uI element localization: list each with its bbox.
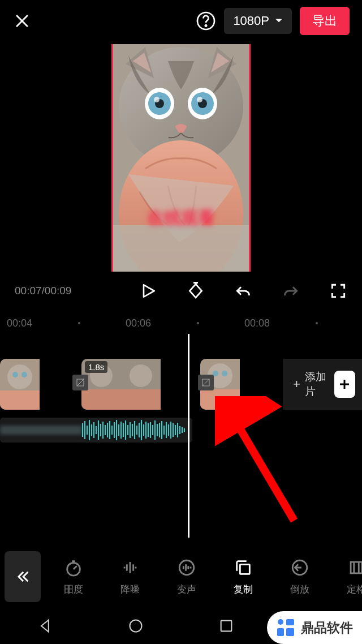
svg-rect-18 <box>0 390 40 410</box>
keyframe-icon[interactable] <box>187 282 205 300</box>
timeline[interactable]: 1.8s + 添加片 <box>0 336 362 546</box>
tool-denoise[interactable]: 降噪 <box>102 558 158 596</box>
svg-rect-61 <box>114 422 115 438</box>
svg-point-28 <box>130 364 152 387</box>
video-clip-1[interactable] <box>0 359 71 410</box>
denoise-icon <box>120 558 140 577</box>
svg-rect-65 <box>123 423 124 437</box>
svg-rect-73 <box>141 420 142 440</box>
close-icon[interactable] <box>12 11 32 31</box>
svg-rect-96 <box>240 564 249 574</box>
svg-rect-100 <box>221 621 232 632</box>
svg-rect-53 <box>96 426 97 434</box>
clip-duration-badge: 1.8s <box>85 361 107 373</box>
svg-rect-63 <box>118 424 119 436</box>
svg-point-16 <box>12 372 18 377</box>
tool-voice[interactable]: 变声 <box>158 558 215 596</box>
tool-label: 定格 <box>347 583 362 596</box>
play-icon[interactable] <box>139 282 157 300</box>
svg-rect-92 <box>184 428 185 432</box>
svg-rect-62 <box>116 420 117 440</box>
plus-icon: + <box>293 377 300 392</box>
svg-rect-104 <box>286 628 294 636</box>
svg-rect-13 <box>113 225 249 272</box>
recent-icon[interactable] <box>218 618 234 634</box>
video-clip-2[interactable]: 1.8s <box>81 359 195 410</box>
svg-point-17 <box>21 372 27 377</box>
svg-point-15 <box>7 364 32 389</box>
svg-point-36 <box>222 371 227 376</box>
transition-node-2[interactable] <box>198 375 214 390</box>
tool-label: 变声 <box>177 583 196 596</box>
svg-rect-86 <box>170 422 171 439</box>
svg-rect-55 <box>100 424 101 436</box>
svg-rect-71 <box>136 426 137 435</box>
bottom-toolbar: 昍度降噪变声复制倒放定格 <box>0 546 362 608</box>
brand-badge: 鼎品软件 <box>267 611 362 644</box>
svg-rect-98 <box>351 562 362 573</box>
undo-icon[interactable] <box>234 282 252 300</box>
help-icon[interactable] <box>196 11 216 31</box>
svg-rect-50 <box>89 420 90 440</box>
brand-name: 鼎品软件 <box>301 619 353 637</box>
freeze-icon <box>347 558 362 577</box>
tool-reverse[interactable]: 倒放 <box>272 558 328 596</box>
svg-rect-74 <box>143 424 144 436</box>
tool-speed[interactable]: 昍度 <box>45 558 102 596</box>
copy-icon <box>234 558 253 577</box>
svg-rect-75 <box>145 422 146 439</box>
audio-track[interactable] <box>0 418 192 443</box>
svg-rect-103 <box>277 628 284 636</box>
svg-rect-54 <box>98 420 99 440</box>
svg-rect-72 <box>139 423 140 437</box>
svg-rect-80 <box>157 424 158 436</box>
svg-rect-29 <box>121 389 161 410</box>
svg-point-10 <box>154 97 160 102</box>
back-icon[interactable] <box>37 618 53 634</box>
svg-rect-58 <box>107 423 108 437</box>
svg-rect-89 <box>177 423 178 437</box>
svg-rect-81 <box>159 423 160 437</box>
fullscreen-icon[interactable] <box>329 282 347 300</box>
svg-rect-68 <box>130 422 131 438</box>
svg-rect-47 <box>82 423 83 437</box>
time-ruler: 00:04 00:06 00:08 <box>0 315 362 332</box>
video-preview[interactable]: 在线观看 <box>111 44 251 272</box>
svg-rect-66 <box>125 420 126 440</box>
brand-logo-icon <box>275 617 296 638</box>
tool-copy[interactable]: 复制 <box>215 558 272 596</box>
collapse-button[interactable] <box>5 551 41 602</box>
svg-rect-102 <box>286 619 294 625</box>
add-clip-button[interactable] <box>334 371 355 398</box>
svg-point-1 <box>205 25 206 26</box>
voice-icon <box>177 558 196 577</box>
svg-rect-77 <box>150 422 151 438</box>
export-button[interactable]: 导出 <box>300 7 350 35</box>
tool-label: 昍度 <box>64 583 83 596</box>
resolution-label: 1080P <box>233 14 269 28</box>
svg-rect-78 <box>152 425 153 435</box>
preview-text-overlay: 在线观看 <box>147 207 215 230</box>
tool-label: 降噪 <box>120 583 140 596</box>
tool-freeze[interactable]: 定格 <box>328 558 362 596</box>
svg-rect-64 <box>120 422 122 439</box>
svg-rect-59 <box>109 421 110 439</box>
svg-rect-49 <box>87 426 88 435</box>
playhead[interactable] <box>188 334 189 538</box>
redo-icon[interactable] <box>282 282 300 300</box>
svg-rect-90 <box>179 426 180 434</box>
svg-rect-84 <box>166 422 167 438</box>
svg-rect-91 <box>182 427 183 433</box>
svg-rect-26 <box>81 389 121 410</box>
add-segment-label: 添加片 <box>305 370 330 399</box>
home-icon[interactable] <box>128 618 144 634</box>
svg-rect-83 <box>163 426 165 435</box>
svg-rect-51 <box>91 424 92 436</box>
resolution-dropdown[interactable]: 1080P <box>224 8 292 34</box>
svg-rect-46 <box>0 426 82 435</box>
transition-node-1[interactable] <box>72 375 88 390</box>
speed-icon <box>64 558 83 577</box>
tool-label: 复制 <box>234 583 253 596</box>
svg-rect-79 <box>154 420 156 440</box>
svg-rect-57 <box>105 425 106 435</box>
